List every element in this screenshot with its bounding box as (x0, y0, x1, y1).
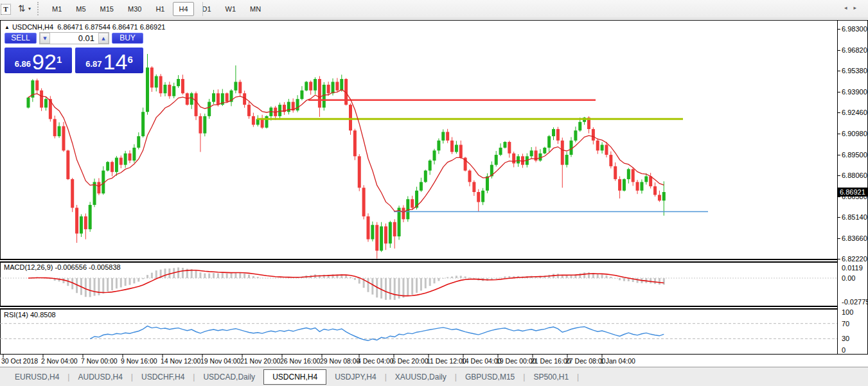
candle-body (468, 171, 472, 182)
candle-body (658, 195, 661, 200)
current-price-tag: 6.86921 (838, 188, 868, 197)
volume-input[interactable]: 0.01 (50, 33, 98, 44)
candle-body (433, 150, 436, 161)
candle-body (195, 93, 198, 116)
candle-body (172, 86, 175, 96)
time-axis-label: 19 Nov 04:00 (200, 357, 240, 365)
sell-price-small: 6.86 (15, 57, 31, 71)
rsi-label: RSI(14) 40.8508 (4, 311, 56, 319)
price-axis-tick (837, 112, 840, 113)
buy-price-button[interactable]: 6.87 14 6 (75, 48, 143, 73)
time-axis-label: 21 Nov 20:00 (240, 357, 280, 365)
candle-body (132, 148, 136, 161)
candle-body (186, 93, 189, 105)
time-axis-label: 6 Dec 20:00 (392, 357, 429, 365)
candle-body (543, 148, 546, 154)
moving-average-line (28, 90, 664, 213)
candle-body (441, 132, 445, 140)
candle-body (340, 79, 343, 91)
sell-button[interactable]: SELL (4, 33, 37, 44)
candle-body (128, 154, 132, 161)
candle-body (653, 186, 657, 195)
price-axis-label: 6.83660 (842, 234, 867, 242)
candle-body (208, 102, 211, 116)
candle-body (450, 141, 454, 152)
candle-body (632, 169, 635, 182)
candle-body (75, 208, 78, 234)
candle-body (146, 67, 149, 112)
candle-body (150, 67, 154, 87)
candle-body (375, 225, 378, 250)
buy-button[interactable]: BUY (112, 33, 143, 44)
candle-body (446, 132, 449, 140)
candle-body (429, 161, 432, 171)
candle-body (71, 179, 74, 208)
candle-body (35, 80, 39, 91)
candle-body (84, 216, 87, 229)
candle-body (627, 169, 630, 179)
volume-decrease-button[interactable]: ▼ (40, 33, 50, 44)
candle-body (159, 76, 163, 94)
candle-body (644, 176, 648, 182)
candle-body (472, 182, 475, 192)
candle-body (120, 158, 123, 165)
macd-signal-line (28, 270, 664, 296)
candle-body (565, 155, 569, 165)
candle-body (578, 122, 581, 130)
candle-body (62, 127, 65, 151)
macd-axis-label: 0.0119 (842, 264, 863, 272)
candle-body (335, 82, 339, 90)
price-axis-tick (837, 134, 840, 134)
price-axis-tick (837, 71, 840, 71)
candle-body (371, 225, 374, 239)
candle-body (349, 105, 352, 130)
candle-body (261, 119, 264, 127)
buy-price-sup: 6 (127, 48, 132, 72)
candle-body (203, 116, 206, 134)
candle-body (358, 156, 361, 188)
price-axis-label: 6.90980 (842, 130, 867, 137)
price-axis-label: 6.82220 (842, 255, 867, 263)
candle-body (486, 176, 489, 190)
candle-body (353, 130, 357, 156)
price-axis-tick (837, 238, 840, 239)
candle-body (618, 179, 621, 191)
candle-body (393, 222, 396, 236)
candle-body (411, 199, 414, 207)
candle-body (384, 226, 387, 243)
candle-body (296, 99, 299, 110)
candle-body (177, 79, 180, 86)
candle-body (570, 141, 573, 155)
candle-body (556, 129, 560, 141)
candle-body (574, 130, 577, 141)
candle-body (80, 216, 83, 234)
candle-body (402, 208, 405, 220)
candle-body (252, 116, 255, 125)
candle-body (499, 148, 502, 155)
candle-body (530, 150, 533, 156)
price-axis-label: 6.89500 (842, 151, 867, 159)
candle-body (640, 182, 643, 190)
candle-body (27, 98, 30, 108)
candle-body (300, 91, 303, 99)
time-axis-label: 29 Nov 08:00 (320, 357, 360, 365)
candle-body (538, 154, 542, 161)
volume-increase-button[interactable]: ▲ (98, 33, 109, 44)
candle-body (424, 171, 427, 182)
time-axis-label: 2 Nov 04:00 (41, 357, 78, 365)
time-axis-label: 26 Nov 16:00 (280, 357, 320, 365)
price-axis-tick (837, 175, 840, 176)
candle-body (163, 85, 166, 93)
candle-body (323, 85, 326, 108)
candle-body (437, 141, 440, 151)
candle-body (226, 93, 229, 101)
candle-body (508, 142, 511, 154)
candle-body (561, 141, 564, 165)
candle-body (247, 105, 251, 116)
candle-body (495, 155, 498, 165)
candle-body (362, 188, 366, 216)
sell-price-button[interactable]: 6.86 92 1 (4, 48, 72, 73)
candle-body (309, 82, 312, 90)
candle-body (662, 192, 666, 200)
time-axis-label: 11 Dec 12:00 (427, 357, 466, 365)
